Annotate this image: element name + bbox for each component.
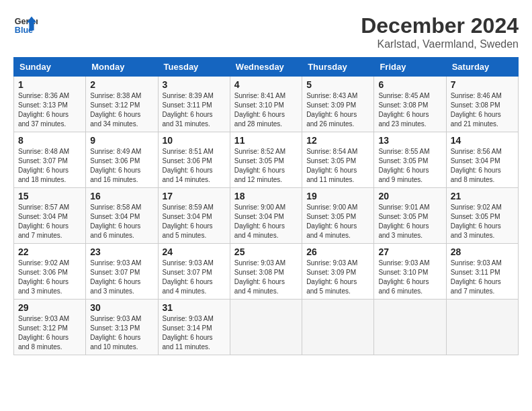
header: General Blue December 2024 Karlstad, Vae…: [13, 13, 519, 50]
calendar-cell: 16Sunrise: 8:58 AMSunset: 3:04 PMDayligh…: [86, 188, 158, 244]
day-info: Sunrise: 9:03 AMSunset: 3:11 PMDaylight:…: [451, 259, 514, 296]
calendar-cell: 10Sunrise: 8:51 AMSunset: 3:06 PMDayligh…: [158, 132, 230, 188]
calendar-cell: 15Sunrise: 8:57 AMSunset: 3:04 PMDayligh…: [14, 188, 86, 244]
weekday-header: Thursday: [302, 58, 374, 77]
day-info: Sunrise: 8:58 AMSunset: 3:04 PMDaylight:…: [90, 203, 153, 240]
day-info: Sunrise: 9:02 AMSunset: 3:06 PMDaylight:…: [18, 259, 81, 296]
calendar-cell: [374, 300, 446, 355]
logo: General Blue: [13, 13, 38, 38]
day-info: Sunrise: 8:52 AMSunset: 3:05 PMDaylight:…: [234, 147, 298, 185]
calendar-cell: 6Sunrise: 8:45 AMSunset: 3:08 PMDaylight…: [374, 77, 446, 132]
calendar-cell: 13Sunrise: 8:55 AMSunset: 3:05 PMDayligh…: [374, 132, 446, 188]
day-info: Sunrise: 8:57 AMSunset: 3:04 PMDaylight:…: [18, 203, 81, 240]
day-number: 3: [163, 79, 226, 90]
day-info: Sunrise: 9:03 AMSunset: 3:09 PMDaylight:…: [306, 259, 369, 296]
day-info: Sunrise: 9:03 AMSunset: 3:07 PMDaylight:…: [90, 259, 153, 296]
day-number: 23: [90, 246, 153, 257]
day-number: 28: [451, 246, 514, 257]
day-number: 6: [378, 79, 441, 90]
calendar-cell: 9Sunrise: 8:49 AMSunset: 3:06 PMDaylight…: [86, 132, 158, 188]
day-number: 14: [451, 135, 514, 146]
day-number: 21: [451, 191, 514, 201]
calendar-cell: 22Sunrise: 9:02 AMSunset: 3:06 PMDayligh…: [14, 244, 86, 300]
day-number: 16: [90, 191, 153, 201]
day-info: Sunrise: 8:59 AMSunset: 3:04 PMDaylight:…: [163, 203, 226, 240]
weekday-header: Monday: [86, 58, 158, 77]
day-info: Sunrise: 9:03 AMSunset: 3:13 PMDaylight:…: [90, 314, 153, 352]
day-number: 22: [18, 246, 81, 257]
day-info: Sunrise: 8:55 AMSunset: 3:05 PMDaylight:…: [378, 147, 441, 185]
weekday-header: Tuesday: [158, 58, 230, 77]
day-number: 4: [234, 79, 298, 90]
day-info: Sunrise: 8:45 AMSunset: 3:08 PMDaylight:…: [378, 91, 441, 129]
day-number: 2: [90, 79, 153, 90]
calendar-cell: 14Sunrise: 8:56 AMSunset: 3:04 PMDayligh…: [446, 132, 518, 188]
day-info: Sunrise: 8:51 AMSunset: 3:06 PMDaylight:…: [163, 147, 226, 185]
weekday-header: Saturday: [446, 58, 518, 77]
day-number: 30: [90, 302, 153, 313]
calendar-cell: 18Sunrise: 9:00 AMSunset: 3:04 PMDayligh…: [230, 188, 302, 244]
day-number: 9: [90, 135, 153, 146]
day-number: 27: [378, 246, 441, 257]
day-info: Sunrise: 9:02 AMSunset: 3:05 PMDaylight:…: [451, 203, 514, 240]
calendar-cell: 19Sunrise: 9:00 AMSunset: 3:05 PMDayligh…: [302, 188, 374, 244]
calendar-cell: 21Sunrise: 9:02 AMSunset: 3:05 PMDayligh…: [446, 188, 518, 244]
main-title: December 2024: [361, 13, 519, 38]
weekday-header: Friday: [374, 58, 446, 77]
calendar-cell: 24Sunrise: 9:03 AMSunset: 3:07 PMDayligh…: [158, 244, 230, 300]
calendar-cell: 29Sunrise: 9:03 AMSunset: 3:12 PMDayligh…: [14, 300, 86, 355]
day-number: 29: [18, 302, 81, 313]
day-number: 24: [163, 246, 226, 257]
day-number: 5: [306, 79, 369, 90]
calendar-cell: 12Sunrise: 8:54 AMSunset: 3:05 PMDayligh…: [302, 132, 374, 188]
day-number: 8: [18, 135, 81, 146]
day-info: Sunrise: 8:36 AMSunset: 3:13 PMDaylight:…: [18, 91, 81, 129]
calendar-cell: 30Sunrise: 9:03 AMSunset: 3:13 PMDayligh…: [86, 300, 158, 355]
day-info: Sunrise: 8:38 AMSunset: 3:12 PMDaylight:…: [90, 91, 153, 129]
day-number: 1: [18, 79, 81, 90]
day-info: Sunrise: 8:43 AMSunset: 3:09 PMDaylight:…: [306, 91, 369, 129]
calendar-cell: 1Sunrise: 8:36 AMSunset: 3:13 PMDaylight…: [14, 77, 86, 132]
day-info: Sunrise: 9:03 AMSunset: 3:14 PMDaylight:…: [163, 314, 226, 352]
day-number: 18: [234, 191, 298, 201]
subtitle: Karlstad, Vaermland, Sweden: [361, 38, 519, 50]
day-number: 10: [163, 135, 226, 146]
calendar-cell: 7Sunrise: 8:46 AMSunset: 3:08 PMDaylight…: [446, 77, 518, 132]
day-number: 19: [306, 191, 369, 201]
calendar-cell: [230, 300, 302, 355]
day-number: 20: [378, 191, 441, 201]
calendar-cell: 28Sunrise: 9:03 AMSunset: 3:11 PMDayligh…: [446, 244, 518, 300]
calendar-cell: 5Sunrise: 8:43 AMSunset: 3:09 PMDaylight…: [302, 77, 374, 132]
calendar-cell: 26Sunrise: 9:03 AMSunset: 3:09 PMDayligh…: [302, 244, 374, 300]
calendar-cell: 8Sunrise: 8:48 AMSunset: 3:07 PMDaylight…: [14, 132, 86, 188]
calendar-cell: 11Sunrise: 8:52 AMSunset: 3:05 PMDayligh…: [230, 132, 302, 188]
day-number: 17: [163, 191, 226, 201]
calendar-cell: 27Sunrise: 9:03 AMSunset: 3:10 PMDayligh…: [374, 244, 446, 300]
calendar-cell: 25Sunrise: 9:03 AMSunset: 3:08 PMDayligh…: [230, 244, 302, 300]
calendar-cell: [446, 300, 518, 355]
day-info: Sunrise: 9:03 AMSunset: 3:07 PMDaylight:…: [163, 259, 226, 296]
day-number: 25: [234, 246, 298, 257]
calendar-cell: 17Sunrise: 8:59 AMSunset: 3:04 PMDayligh…: [158, 188, 230, 244]
day-number: 31: [163, 302, 226, 313]
day-info: Sunrise: 8:39 AMSunset: 3:11 PMDaylight:…: [163, 91, 226, 129]
day-info: Sunrise: 8:48 AMSunset: 3:07 PMDaylight:…: [18, 147, 81, 185]
day-number: 15: [18, 191, 81, 201]
day-number: 13: [378, 135, 441, 146]
day-info: Sunrise: 9:03 AMSunset: 3:12 PMDaylight:…: [18, 314, 81, 352]
calendar-cell: 23Sunrise: 9:03 AMSunset: 3:07 PMDayligh…: [86, 244, 158, 300]
day-number: 12: [306, 135, 369, 146]
weekday-header: Sunday: [14, 58, 86, 77]
day-info: Sunrise: 8:54 AMSunset: 3:05 PMDaylight:…: [306, 147, 369, 185]
day-number: 26: [306, 246, 369, 257]
day-info: Sunrise: 8:56 AMSunset: 3:04 PMDaylight:…: [451, 147, 514, 185]
calendar: SundayMondayTuesdayWednesdayThursdayFrid…: [13, 57, 519, 355]
day-info: Sunrise: 9:01 AMSunset: 3:05 PMDaylight:…: [378, 203, 441, 240]
calendar-cell: 4Sunrise: 8:41 AMSunset: 3:10 PMDaylight…: [230, 77, 302, 132]
calendar-cell: 20Sunrise: 9:01 AMSunset: 3:05 PMDayligh…: [374, 188, 446, 244]
calendar-cell: [302, 300, 374, 355]
logo-icon: General Blue: [13, 13, 38, 38]
day-info: Sunrise: 8:41 AMSunset: 3:10 PMDaylight:…: [234, 91, 298, 129]
day-number: 11: [234, 135, 298, 146]
day-info: Sunrise: 9:03 AMSunset: 3:08 PMDaylight:…: [234, 259, 298, 296]
